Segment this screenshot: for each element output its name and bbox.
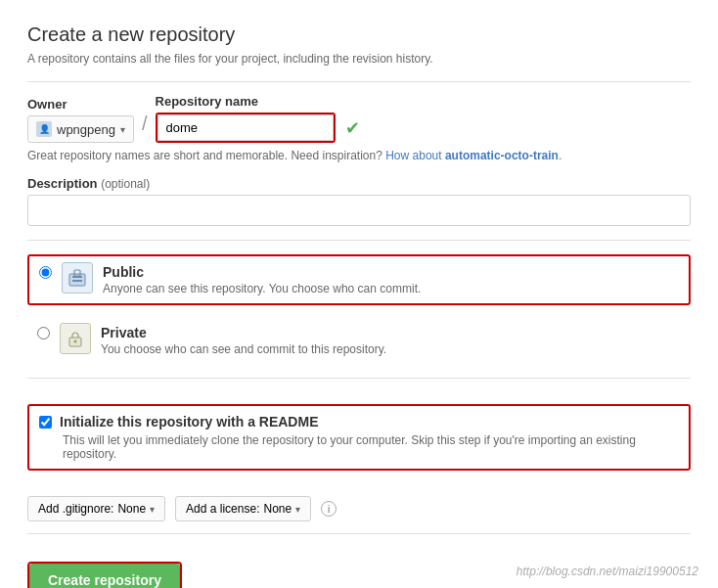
private-text-group: Private You choose who can see and commi… xyxy=(101,325,386,356)
private-icon xyxy=(60,323,91,354)
gitignore-label: Add .gitignore: xyxy=(38,502,113,516)
readme-checkbox[interactable] xyxy=(39,416,52,429)
initialize-row: Initialize this repository with a README xyxy=(39,414,679,430)
page-title: Create a new repository xyxy=(27,23,691,46)
divider-mid2 xyxy=(27,378,691,379)
create-button-wrapper: Create repository xyxy=(27,562,182,588)
private-label: Private xyxy=(101,325,386,340)
owner-caret: ▾ xyxy=(120,124,125,135)
create-repository-button[interactable]: Create repository xyxy=(29,564,180,588)
hint-suggestion-link[interactable]: automatic-octo-train xyxy=(445,149,559,162)
readme-desc: This will let you immediately clone the … xyxy=(39,433,679,461)
svg-rect-2 xyxy=(72,280,82,282)
private-desc: You choose who can see and commit to thi… xyxy=(101,342,386,356)
dropdown-row: Add .gitignore: None ▾ Add a license: No… xyxy=(27,496,691,521)
public-option: Public Anyone can see this repository. Y… xyxy=(27,254,691,305)
public-desc: Anyone can see this repository. You choo… xyxy=(103,282,421,295)
owner-repo-row: Owner 👤 wpngpeng ▾ / Repository name ✔ xyxy=(27,94,691,143)
gitignore-value: None xyxy=(117,502,146,516)
visibility-section: Public Anyone can see this repository. Y… xyxy=(27,254,691,364)
watermark: http://blog.csdn.net/maizi19900512 xyxy=(516,565,698,578)
public-radio[interactable] xyxy=(39,266,52,279)
owner-field-group: Owner 👤 wpngpeng ▾ xyxy=(27,97,134,143)
divider-bottom xyxy=(27,533,691,534)
repo-name-container: ✔ xyxy=(156,113,360,143)
license-dropdown[interactable]: Add a license: None ▾ xyxy=(175,496,311,521)
gitignore-caret: ▾ xyxy=(150,504,155,515)
license-label: Add a license: xyxy=(186,502,259,516)
hint-text1: Great repository names are short and mem… xyxy=(27,149,382,162)
private-radio[interactable] xyxy=(37,327,50,339)
description-optional: (optional) xyxy=(101,177,150,191)
check-icon: ✔ xyxy=(345,117,360,139)
description-label: Description (optional) xyxy=(27,176,691,191)
svg-point-5 xyxy=(74,340,77,343)
owner-label: Owner xyxy=(27,97,134,112)
license-caret: ▾ xyxy=(295,504,300,515)
private-option: Private You choose who can see and commi… xyxy=(27,317,691,364)
hint-how-about-link[interactable]: How about xyxy=(385,149,441,162)
license-value: None xyxy=(263,502,292,516)
description-input[interactable] xyxy=(27,195,691,226)
gitignore-dropdown[interactable]: Add .gitignore: None ▾ xyxy=(27,496,165,521)
repo-name-input[interactable] xyxy=(157,114,334,141)
description-section: Description (optional) xyxy=(27,176,691,226)
owner-value: wpngpeng xyxy=(57,122,115,137)
public-text-group: Public Anyone can see this repository. Y… xyxy=(103,264,421,295)
page-subtitle: A repository contains all the files for … xyxy=(27,52,691,66)
owner-select[interactable]: 👤 wpngpeng ▾ xyxy=(27,115,134,143)
divider-top xyxy=(27,81,691,82)
repo-name-field-group: Repository name ✔ xyxy=(156,94,360,143)
public-icon xyxy=(62,262,93,294)
divider-mid1 xyxy=(27,240,691,241)
repo-name-hint: Great repository names are short and mem… xyxy=(27,149,691,162)
repo-name-label: Repository name xyxy=(156,94,360,109)
separator: / xyxy=(134,113,156,141)
public-label: Public xyxy=(103,264,421,280)
readme-label[interactable]: Initialize this repository with a README xyxy=(60,414,318,430)
info-icon[interactable]: i xyxy=(321,501,337,517)
initialize-section: Initialize this repository with a README… xyxy=(27,404,691,471)
repo-name-input-wrapper xyxy=(156,113,336,143)
owner-avatar: 👤 xyxy=(36,121,52,137)
